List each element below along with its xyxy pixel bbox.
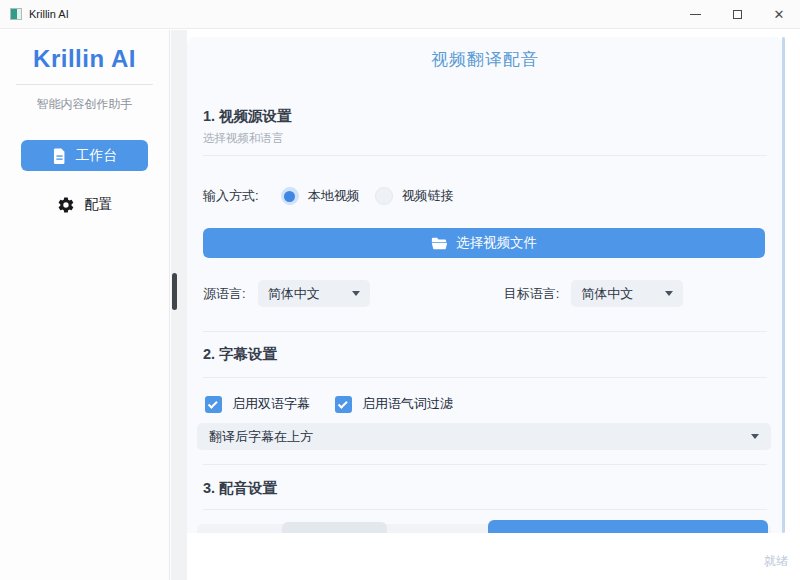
- window-title: Krillin AI: [29, 8, 69, 20]
- source-language-select[interactable]: 简体中文: [258, 280, 370, 307]
- divider: [203, 377, 767, 378]
- target-language-select[interactable]: 简体中文: [571, 280, 683, 307]
- language-row: 源语言: 简体中文 目标语言: 简体中文: [203, 280, 683, 307]
- input-mode-label: 输入方式:: [203, 187, 259, 205]
- maximize-icon: [733, 10, 742, 19]
- source-language-label: 源语言:: [203, 285, 246, 303]
- minimize-icon: [690, 14, 701, 15]
- caret-down-icon: [751, 434, 759, 439]
- sidebar-resize-handle[interactable]: [172, 273, 177, 310]
- close-icon: ✕: [774, 8, 785, 21]
- subtitle-options-row: 启用双语字幕 启用语气词过滤: [205, 395, 453, 413]
- sidebar: Krillin AI 智能内容创作助手 工作台 配置: [0, 30, 170, 580]
- target-language-label: 目标语言:: [504, 285, 560, 303]
- app-icon: [10, 8, 22, 20]
- sidebar-item-settings[interactable]: 配置: [0, 196, 169, 214]
- divider: [203, 464, 767, 465]
- sidebar-item-label: 配置: [85, 196, 113, 214]
- divider: [203, 509, 767, 510]
- clipped-secondary-button[interactable]: [282, 522, 387, 533]
- brand-title: Krillin AI: [0, 45, 169, 73]
- subtitle-position-value: 翻译后字幕在上方: [209, 428, 313, 446]
- scrollbar[interactable]: [782, 37, 785, 533]
- sidebar-item-label: 工作台: [76, 147, 118, 165]
- titlebar: Krillin AI ✕: [0, 0, 800, 29]
- radio-selected-icon: [281, 187, 299, 205]
- section-video-source-heading: 1. 视频源设置: [203, 107, 292, 126]
- checkbox-checked-icon: [205, 396, 222, 413]
- document-icon: [52, 148, 67, 164]
- caret-down-icon: [352, 291, 360, 296]
- section-video-source-subtitle: 选择视频和语言: [203, 131, 284, 146]
- brand-tagline: 智能内容创作助手: [0, 96, 169, 113]
- divider: [203, 155, 767, 156]
- page-title: 视频翻译配音: [187, 48, 783, 71]
- maximize-button[interactable]: [716, 0, 758, 28]
- section-subtitle-settings-heading: 2. 字幕设置: [203, 345, 277, 364]
- minimize-button[interactable]: [674, 0, 716, 28]
- input-mode-row: 输入方式: 本地视频 视频链接: [203, 185, 454, 207]
- window-controls: ✕: [674, 0, 800, 28]
- radio-video-link[interactable]: 视频链接: [375, 187, 454, 205]
- target-language-value: 简体中文: [581, 285, 633, 303]
- checkbox-bilingual-subtitles[interactable]: 启用双语字幕: [205, 395, 310, 413]
- select-video-file-button[interactable]: 选择视频文件: [203, 228, 765, 258]
- sidebar-item-workbench[interactable]: 工作台: [21, 140, 148, 171]
- status-badge: 就绪: [764, 553, 788, 570]
- source-language-value: 简体中文: [268, 285, 320, 303]
- brand-divider: [16, 84, 153, 85]
- main-content: 视频翻译配音 1. 视频源设置 选择视频和语言 输入方式: 本地视频 视频链接 …: [187, 37, 783, 533]
- clipped-primary-button[interactable]: [488, 520, 768, 533]
- folder-icon: [431, 237, 447, 250]
- select-video-file-label: 选择视频文件: [456, 234, 537, 252]
- checkbox-checked-icon: [335, 396, 352, 413]
- checkbox-filler-word-filter[interactable]: 启用语气词过滤: [335, 395, 453, 413]
- close-button[interactable]: ✕: [758, 0, 800, 28]
- radio-unselected-icon: [375, 187, 393, 205]
- divider: [203, 331, 767, 332]
- gear-icon: [57, 196, 75, 214]
- caret-down-icon: [665, 291, 673, 296]
- radio-local-video[interactable]: 本地视频: [281, 187, 360, 205]
- subtitle-position-select[interactable]: 翻译后字幕在上方: [197, 423, 771, 450]
- section-dubbing-settings-heading: 3. 配音设置: [203, 479, 277, 498]
